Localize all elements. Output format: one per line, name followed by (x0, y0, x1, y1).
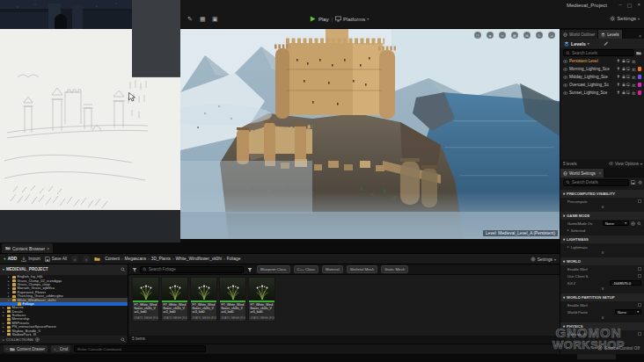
close-icon[interactable]: × (599, 171, 602, 176)
expand-arrow-icon[interactable]: ▸ (3, 322, 6, 325)
reference-canvas-bottom[interactable] (0, 210, 180, 243)
expander-icon[interactable]: ∨ (560, 250, 644, 256)
search-icon[interactable] (121, 337, 126, 343)
content-settings-button[interactable]: Settings ▾ (531, 257, 556, 262)
close-button[interactable]: × (637, 2, 640, 8)
use-client-checkbox[interactable] (638, 274, 642, 279)
save-icon[interactable] (626, 83, 630, 87)
import-button[interactable]: Import (21, 257, 40, 262)
viewport-speed-icon[interactable]: ≋ (499, 32, 506, 39)
settings-button[interactable]: Settings ▾ (610, 16, 640, 22)
levels-menu-button[interactable]: Levels (571, 41, 586, 47)
row-selected-gamemode[interactable]: ▸Selected (560, 227, 644, 234)
content-drawer-button[interactable]: ^ Content Drawer (4, 345, 48, 352)
filter-chip[interactable]: Material (322, 265, 343, 273)
tab-content-browser[interactable]: Content Browser × (2, 243, 53, 253)
add-button[interactable]: +ADD (4, 257, 17, 261)
section-lightmass[interactable]: ▾LIGHTMASS (560, 235, 644, 243)
back-button[interactable]: ‹ (71, 256, 78, 263)
viewport-camera-icon[interactable]: ◉ (487, 32, 494, 39)
blueprints-icon[interactable]: ▣ (212, 16, 218, 22)
eye-icon[interactable] (563, 83, 567, 86)
section-world[interactable]: ▾WORLD (560, 257, 644, 265)
expand-arrow-icon[interactable]: ▸ (3, 314, 6, 317)
expander-icon[interactable]: ∨ (560, 286, 644, 292)
breadcrumb-segment[interactable]: Megascans› (125, 257, 150, 261)
section-precomputed-visibility[interactable]: ▾PRECOMPUTED VISIBILITY (560, 190, 644, 198)
level-row[interactable]: Persistent Level (560, 57, 644, 65)
viewport-scale-icon[interactable]: ⇲ (548, 32, 555, 39)
plus-circle-icon[interactable] (631, 221, 635, 226)
save-icon[interactable] (626, 68, 630, 71)
save-icon[interactable] (626, 91, 630, 95)
type-filter-icon[interactable] (247, 267, 252, 272)
tab-levels[interactable]: Levels (598, 30, 622, 39)
viewport[interactable]: ◳ ◉ ≋ ▦ ⊞ ↻ ⇲ Level: Medieval_Level_A (P… (180, 29, 560, 239)
cmd-selector-button[interactable]: >_ Cmd (51, 345, 70, 352)
expand-arrow-icon[interactable]: ▸ (8, 279, 11, 283)
viewport-rotate-icon[interactable]: ↻ (536, 32, 543, 39)
eye-icon[interactable] (563, 91, 567, 94)
eye-icon[interactable] (563, 76, 567, 78)
breadcrumb-segment[interactable]: Content› (105, 257, 122, 261)
expand-arrow-icon[interactable]: ▸ (8, 294, 11, 298)
expand-arrow-icon[interactable]: ▸ (3, 306, 6, 309)
enable-world-checkbox[interactable] (638, 267, 642, 272)
lighting-icon[interactable] (618, 83, 619, 87)
viewport-grid-icon[interactable]: ▦ (511, 32, 518, 39)
filter-chip[interactable]: Skeletal Mesh (347, 265, 378, 273)
eye-icon[interactable] (563, 60, 567, 62)
expand-arrow-icon[interactable]: ▸ (8, 283, 11, 286)
browse-icon[interactable] (637, 221, 641, 226)
minimize-button[interactable]: – (618, 2, 621, 8)
expander-icon[interactable]: ∨ (560, 315, 644, 321)
expand-arrow-icon[interactable]: ▾ (8, 299, 11, 302)
edit-levels-icon[interactable] (604, 41, 609, 47)
enable-partition-checkbox[interactable] (638, 303, 642, 308)
expand-arrow-icon[interactable]: ▸ (3, 329, 6, 333)
lock-icon[interactable] (622, 60, 625, 63)
asset-grid[interactable]: FT_White_Windflower_vk0hi_Var1_lod0 STAT… (128, 275, 560, 336)
tab-world-settings[interactable]: World Settings × (560, 169, 604, 177)
level-color-chip[interactable] (638, 75, 642, 79)
level-color-chip[interactable] (638, 83, 642, 87)
section-world-partition-setup[interactable]: ▾WORLD PARTITION SETUP (560, 293, 644, 301)
save-all-button[interactable]: Save All (45, 257, 67, 262)
close-icon[interactable]: × (47, 246, 49, 251)
breadcrumb-segment[interactable]: 3D_Plants› (151, 257, 174, 261)
asset-tile[interactable]: FT_White_Windflower_vk0hi_Var1_lod0 STAT… (132, 277, 159, 322)
level-row[interactable]: Morning_Lighting_Sce (560, 65, 644, 73)
lighting-icon[interactable] (618, 76, 619, 79)
tab-world-outliner[interactable]: World Outliner (560, 30, 598, 39)
search-icon[interactable] (121, 267, 126, 272)
level-color-chip[interactable] (638, 59, 642, 63)
filter-chip[interactable]: Blueprint Class (257, 265, 290, 273)
view-options-button[interactable]: View Options ▾ (609, 162, 643, 166)
kill-z-field[interactable]: -1048575.0 (610, 280, 641, 286)
reference-image-dark-castle[interactable] (0, 0, 132, 29)
filter-chip[interactable]: C++ Class (294, 265, 319, 273)
level-row[interactable]: Midday_Lighting_Sce (560, 73, 644, 81)
save-icon[interactable] (631, 180, 636, 185)
modes-icon[interactable]: ▦ (200, 16, 206, 22)
gamemode-dropdown[interactable]: None▾ (603, 221, 629, 227)
level-color-chip[interactable] (638, 67, 642, 71)
partition-dropdown[interactable]: None▾ (615, 309, 641, 315)
level-row[interactable]: Overcast_Lighting_Sc (560, 81, 644, 89)
add-collection-icon[interactable] (35, 337, 40, 342)
forward-button[interactable]: › (83, 256, 90, 263)
close-icon[interactable]: × (636, 33, 644, 39)
gear-icon[interactable] (638, 180, 643, 185)
platforms-button[interactable]: Platforms ▾ (335, 16, 369, 22)
edit-mode-icon[interactable]: ✎ (187, 16, 193, 22)
lighting-icon[interactable] (618, 68, 619, 71)
lighting-icon[interactable] (618, 60, 619, 63)
maximize-button[interactable]: ▢ (627, 2, 633, 8)
project-tree-header[interactable]: ▾ MEDIEVAL_PROJECT (0, 264, 128, 275)
source-control-status[interactable]: Source Control Off (597, 345, 640, 351)
eye-icon[interactable] (563, 68, 567, 70)
lock-icon[interactable] (622, 68, 625, 71)
viewport-maximize-icon[interactable]: ◳ (474, 32, 481, 39)
expand-arrow-icon[interactable]: ▸ (3, 310, 6, 314)
expand-arrow-icon[interactable]: ▸ (8, 286, 11, 290)
